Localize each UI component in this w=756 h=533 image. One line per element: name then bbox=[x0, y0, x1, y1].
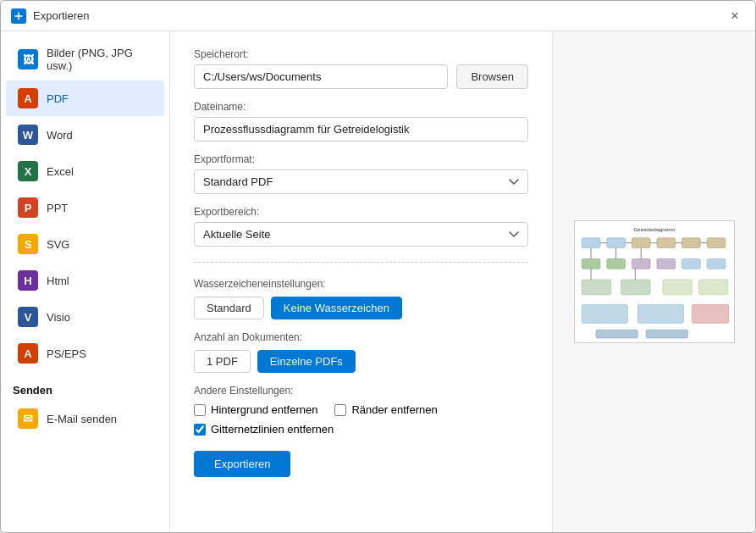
exportbereich-label: Exportbereich: bbox=[194, 206, 528, 218]
preview-diagram-svg: Getreidediagramm bbox=[575, 221, 734, 342]
wasserzeichen-keine-btn[interactable]: Keine Wasserzeichen bbox=[271, 297, 402, 319]
exportformat-label: Exportformat: bbox=[194, 153, 528, 165]
word-label: Word bbox=[47, 129, 73, 142]
svg-rect-24 bbox=[582, 305, 627, 324]
dateiname-section: Dateiname: bbox=[194, 101, 528, 142]
bilder-label: Bilder (PNG, JPG usw.) bbox=[47, 47, 152, 72]
title-bar-left: Exportieren bbox=[11, 8, 89, 24]
wasserzeichen-standard-btn[interactable]: Standard bbox=[194, 297, 264, 319]
sidebar-item-word[interactable]: WWord bbox=[6, 117, 164, 153]
sidebar-item-ppt[interactable]: PPPT bbox=[6, 190, 164, 225]
exportbereich-section: Exportbereich: Aktuelle Seite Alle Seite… bbox=[194, 206, 528, 247]
raender-checkbox[interactable] bbox=[334, 404, 346, 416]
sidebar: 🖼Bilder (PNG, JPG usw.)APDFWWordXExcelPP… bbox=[1, 31, 170, 532]
dokumente-group: 1 PDF Einzelne PDFs bbox=[194, 350, 528, 373]
exportbereich-select[interactable]: Aktuelle Seite Alle Seiten Ausgewählte S… bbox=[194, 222, 528, 247]
hintergrund-checkbox-item[interactable]: Hintergrund entfernen bbox=[194, 403, 317, 416]
wasserzeichen-section: Wasserzeicheneinstellungen: Standard Kei… bbox=[194, 278, 528, 319]
sidebar-item-html[interactable]: HHtml bbox=[6, 263, 164, 298]
checkbox-row-2: Gitternetzlinien entfernen bbox=[194, 423, 528, 436]
gitternetz-checkbox-item[interactable]: Gitternetzlinien entfernen bbox=[194, 423, 528, 436]
svg-label: SVG bbox=[47, 238, 69, 251]
word-icon: W bbox=[18, 125, 38, 145]
visio-label: Visio bbox=[47, 311, 70, 324]
speicherort-input[interactable] bbox=[194, 64, 448, 89]
speicherort-section: Speicherort: Browsen bbox=[194, 48, 528, 89]
sidebar-item-svg[interactable]: SSVG bbox=[6, 226, 164, 262]
svg-icon: S bbox=[18, 234, 38, 254]
speicherort-label: Speicherort: bbox=[194, 48, 528, 60]
dokumente-section: Anzahl an Dokumenten: 1 PDF Einzelne PDF… bbox=[194, 331, 528, 373]
divider bbox=[194, 262, 528, 263]
hintergrund-label: Hintergrund entfernen bbox=[211, 403, 317, 416]
ppt-label: PPT bbox=[47, 202, 68, 214]
preview-panel: Getreidediagramm bbox=[552, 31, 755, 532]
svg-rect-20 bbox=[582, 280, 611, 295]
dokumente-1pdf-btn[interactable]: 1 PDF bbox=[194, 350, 251, 373]
exportformat-select[interactable]: Standard PDF PDF/A PDF/X bbox=[194, 169, 528, 194]
svg-text:Getreidediagramm: Getreidediagramm bbox=[633, 227, 675, 232]
hintergrund-checkbox[interactable] bbox=[194, 404, 206, 416]
checkbox-row-1: Hintergrund entfernen Ränder entfernen bbox=[194, 403, 528, 416]
andere-section: Andere Einstellungen: Hintergrund entfer… bbox=[194, 385, 528, 436]
svg-rect-16 bbox=[632, 258, 650, 269]
sidebar-item-excel[interactable]: XExcel bbox=[6, 153, 164, 189]
sidebar-item-bilder[interactable]: 🖼Bilder (PNG, JPG usw.) bbox=[6, 39, 164, 80]
svg-rect-5 bbox=[632, 238, 650, 248]
andere-label: Andere Einstellungen: bbox=[194, 385, 528, 397]
html-icon: H bbox=[18, 270, 38, 291]
gitternetz-label: Gitternetzlinien entfernen bbox=[211, 423, 334, 436]
exportformat-section: Exportformat: Standard PDF PDF/A PDF/X bbox=[194, 153, 528, 194]
dateiname-label: Dateiname: bbox=[194, 101, 528, 113]
sidebar-item-visio[interactable]: VVisio bbox=[6, 299, 164, 335]
svg-rect-28 bbox=[646, 330, 687, 338]
senden-section-label: Senden bbox=[1, 372, 169, 400]
gitternetz-checkbox[interactable] bbox=[194, 424, 206, 436]
svg-rect-4 bbox=[606, 238, 625, 248]
svg-rect-22 bbox=[662, 280, 692, 295]
svg-rect-14 bbox=[582, 258, 600, 269]
exportieren-button[interactable]: Exportieren bbox=[194, 451, 290, 477]
svg-rect-17 bbox=[656, 258, 675, 269]
html-label: Html bbox=[47, 275, 69, 287]
bilder-icon: 🖼 bbox=[18, 49, 38, 69]
svg-rect-27 bbox=[595, 330, 637, 338]
close-button[interactable]: × bbox=[725, 6, 745, 26]
dokumente-einzelne-btn[interactable]: Einzelne PDFs bbox=[257, 350, 356, 373]
email-label: E-Mail senden bbox=[47, 413, 117, 425]
ppt-icon: P bbox=[18, 197, 38, 218]
wasserzeichen-label: Wasserzeicheneinstellungen: bbox=[194, 278, 528, 290]
main-content: Speicherort: Browsen Dateiname: Exportfo… bbox=[170, 31, 552, 532]
speicherort-row: Browsen bbox=[194, 64, 528, 89]
ps-icon: A bbox=[18, 343, 38, 364]
pdf-label: PDF bbox=[47, 92, 69, 105]
email-icon: ✉ bbox=[18, 408, 38, 429]
visio-icon: V bbox=[18, 307, 38, 327]
svg-rect-7 bbox=[682, 238, 700, 248]
svg-rect-19 bbox=[707, 258, 726, 269]
svg-rect-15 bbox=[606, 258, 625, 269]
svg-rect-6 bbox=[656, 238, 675, 248]
sidebar-item-email[interactable]: ✉E-Mail senden bbox=[6, 401, 164, 436]
app-icon bbox=[11, 8, 26, 24]
raender-checkbox-item[interactable]: Ränder entfernen bbox=[334, 403, 437, 416]
dokumente-label: Anzahl an Dokumenten: bbox=[194, 331, 528, 343]
svg-rect-23 bbox=[698, 280, 728, 295]
excel-label: Excel bbox=[47, 165, 74, 178]
browsen-button[interactable]: Browsen bbox=[456, 64, 528, 89]
sidebar-item-ps[interactable]: APS/EPS bbox=[6, 336, 164, 371]
title-bar: Exportieren × bbox=[1, 1, 755, 31]
preview-box: Getreidediagramm bbox=[574, 220, 735, 343]
svg-rect-26 bbox=[692, 305, 728, 324]
svg-rect-3 bbox=[582, 238, 600, 248]
ps-label: PS/EPS bbox=[47, 347, 86, 360]
svg-rect-18 bbox=[682, 258, 700, 269]
dateiname-input[interactable] bbox=[194, 117, 528, 142]
pdf-icon: A bbox=[18, 88, 38, 108]
dialog-title: Exportieren bbox=[33, 9, 89, 22]
svg-rect-25 bbox=[637, 305, 683, 324]
sidebar-item-pdf[interactable]: APDF bbox=[6, 81, 164, 116]
dialog-body: 🖼Bilder (PNG, JPG usw.)APDFWWordXExcelPP… bbox=[1, 31, 755, 532]
export-dialog: Exportieren × 🖼Bilder (PNG, JPG usw.)APD… bbox=[0, 0, 756, 533]
svg-rect-21 bbox=[621, 280, 650, 295]
